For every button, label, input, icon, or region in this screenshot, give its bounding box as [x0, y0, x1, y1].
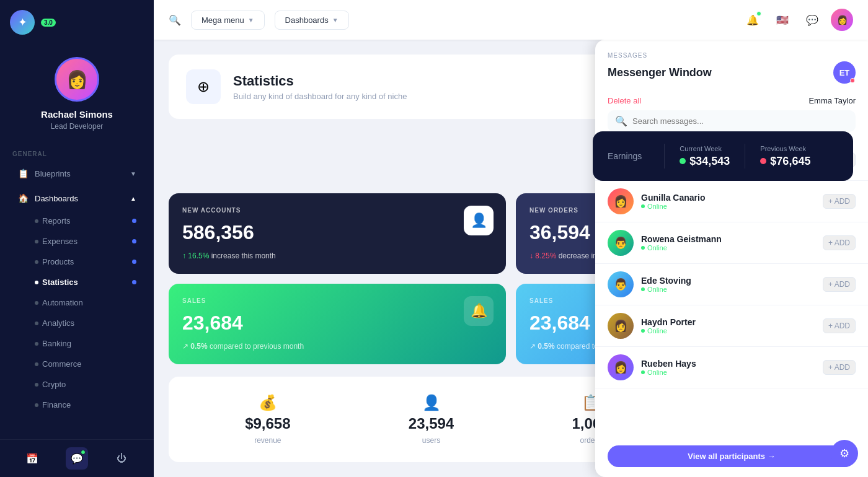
dashboards-arrow-icon: ▲: [130, 195, 136, 202]
settings-fab-button[interactable]: ⚙: [831, 440, 858, 467]
sidebar-item-reports[interactable]: Reports: [5, 211, 149, 230]
sidebar-logo: ✦ 3.0: [0, 0, 154, 45]
sidebar-item-statistics[interactable]: Statistics: [5, 273, 149, 292]
sidebar-label-dashboards: Dashboards: [35, 194, 78, 203]
previous-week-amount: $76,645: [760, 155, 810, 168]
sidebar-item-banking[interactable]: Banking: [5, 334, 149, 353]
sidebar: ✦ 3.0 👩 Rachael Simons Lead Developer GE…: [0, 0, 154, 477]
view-all-participants-button[interactable]: View all participants →: [608, 445, 856, 467]
add-contact-button-haydn-porter[interactable]: + ADD: [823, 318, 856, 333]
contact-status-rowena-geistmann: Online: [641, 244, 815, 252]
sidebar-label-blueprints: Blueprints: [35, 169, 71, 178]
contact-info-gunilla-canario: Gunilla Canario Online: [641, 193, 815, 210]
crypto-bullet: [35, 383, 38, 387]
user-avatar-topnav[interactable]: 👩: [831, 9, 853, 31]
messenger-search-icon: 🔍: [615, 115, 627, 127]
messenger-search-bar[interactable]: 🔍: [608, 110, 856, 132]
sidebar-label-finance: Finance: [42, 400, 71, 409]
sidebar-item-finance[interactable]: Finance: [5, 395, 149, 414]
sidebar-item-crypto[interactable]: Crypto: [5, 375, 149, 394]
add-contact-button-gunilla-canario[interactable]: + ADD: [823, 194, 856, 209]
contact-avatar-rowena-geistmann: 👨: [608, 230, 634, 256]
add-contact-button-rowena-geistmann[interactable]: + ADD: [823, 235, 856, 250]
messenger-search-input[interactable]: [632, 116, 848, 126]
sidebar-item-dashboards[interactable]: 🏠 Dashboards ▲: [5, 186, 149, 210]
contact-status-rueben-hays: Online: [641, 369, 815, 376]
contact-name-haydn-porter: Haydn Porter: [641, 317, 815, 327]
products-bullet: [35, 260, 38, 264]
status-dot: [641, 329, 645, 333]
messenger-section-label: MESSAGES: [608, 52, 856, 59]
delete-all-button[interactable]: Delete all: [608, 96, 641, 105]
chat-icon-btn[interactable]: 💬: [66, 447, 88, 470]
messages-icon-btn[interactable]: 💬: [801, 9, 823, 31]
contact-item-gunilla-canario: 👩 Gunilla Canario Online + ADD: [595, 181, 868, 222]
sidebar-item-products[interactable]: Products: [5, 252, 149, 271]
messenger-notification-dot: [850, 78, 855, 83]
messenger-title: Messenger Window: [608, 66, 712, 79]
earnings-card: Earnings Current Week $34,543 Previous W…: [593, 131, 853, 181]
contact-status-gunilla-canario: Online: [641, 203, 815, 210]
contact-info-haydn-porter: Haydn Porter Online: [641, 317, 815, 335]
earnings-previous-week: Previous Week $76,645: [760, 145, 810, 168]
add-contact-button-ede-stoving[interactable]: + ADD: [823, 277, 856, 292]
sales-green-icon: 🔔: [464, 296, 494, 326]
contact-avatar-ede-stoving: 👨: [608, 271, 634, 297]
mega-menu-button[interactable]: Mega menu ▼: [191, 11, 265, 30]
sidebar-label-expenses: Expenses: [42, 237, 78, 246]
analytics-bullet: [35, 322, 38, 325]
contact-info-rowena-geistmann: Rowena Geistmann Online: [641, 234, 815, 252]
current-week-label: Current Week: [680, 145, 730, 152]
banking-bullet: [35, 342, 38, 346]
earnings-divider: [664, 144, 665, 168]
mini-stat-users: 👤 23,594 users: [409, 394, 454, 445]
messenger-actions: Delete all Emma Taylor: [595, 91, 868, 110]
statistics-bullet: [35, 281, 38, 284]
new-accounts-label: NEW ACCOUNTS: [182, 207, 492, 214]
new-accounts-icon: 👤: [464, 206, 494, 235]
contact-name-gunilla-canario: Gunilla Canario: [641, 193, 815, 203]
users-label: users: [422, 436, 440, 445]
status-dot: [641, 287, 645, 291]
revenue-value: $9,658: [245, 415, 290, 432]
messenger-user-avatar[interactable]: ET: [833, 61, 856, 84]
power-icon-btn[interactable]: ⏻: [110, 447, 133, 470]
sales-green-value: 23,684: [182, 312, 492, 335]
status-dot: [641, 204, 645, 208]
sidebar-item-analytics[interactable]: Analytics: [5, 313, 149, 333]
page-subtitle: Build any kind of dashboard for any kind…: [233, 92, 407, 101]
contact-avatar-rueben-hays: 👩: [608, 354, 634, 380]
dashboards-icon: 🏠: [17, 193, 29, 204]
add-contact-button-rueben-hays[interactable]: + ADD: [823, 360, 856, 375]
sidebar-label-products: Products: [42, 257, 74, 266]
sidebar-item-blueprints[interactable]: 📋 Blueprints ▼: [5, 162, 149, 185]
sidebar-item-commerce[interactable]: Commerce: [5, 354, 149, 374]
products-dot: [132, 260, 136, 264]
blueprints-arrow-icon: ▼: [130, 170, 136, 177]
new-accounts-value: 586,356: [182, 221, 492, 244]
notifications-dot: [756, 11, 761, 16]
mini-stat-revenue: 💰 $9,658 revenue: [245, 394, 290, 445]
mega-menu-arrow-icon: ▼: [248, 17, 254, 24]
notifications-icon-btn[interactable]: 🔔: [742, 9, 764, 31]
messenger-header: MESSAGES Messenger Window ET: [595, 40, 868, 91]
search-icon[interactable]: 🔍: [169, 14, 181, 26]
flag-icon-btn[interactable]: 🇺🇸: [771, 9, 794, 31]
calendar-icon-btn[interactable]: 📅: [21, 447, 43, 470]
current-week-dot: [680, 158, 686, 164]
sidebar-item-expenses[interactable]: Expenses: [5, 232, 149, 251]
contact-status-haydn-porter: Online: [641, 327, 815, 335]
contact-avatar-gunilla-canario: 👩: [608, 188, 634, 214]
revenue-icon: 💰: [259, 394, 277, 411]
earnings-current-week: Current Week $34,543: [680, 145, 730, 168]
dashboards-button[interactable]: Dashboards ▼: [275, 11, 349, 30]
contact-item-haydn-porter: 👩 Haydn Porter Online + ADD: [595, 305, 868, 347]
contact-info-rueben-hays: Rueben Hays Online: [641, 359, 815, 376]
profile-role: Lead Developer: [51, 122, 104, 131]
dashboards-arrow-icon: ▼: [332, 17, 339, 24]
sales-green-change: ↗ 0.5% compared to previous month: [182, 342, 492, 351]
reports-bullet: [35, 219, 38, 223]
previous-week-dot: [760, 158, 766, 164]
sidebar-section-general: GENERAL: [0, 143, 154, 161]
sidebar-item-automation[interactable]: Automation: [5, 293, 149, 312]
